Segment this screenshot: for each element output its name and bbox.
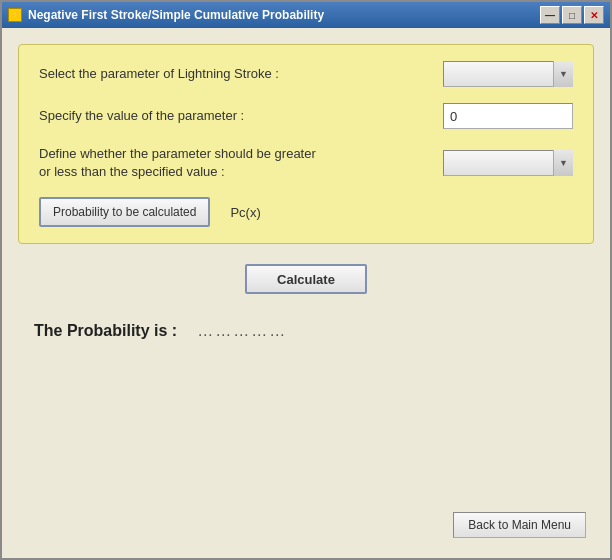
select-parameter-container: ▼ [443,61,573,87]
minimize-button[interactable]: — [540,6,560,24]
back-to-main-button[interactable]: Back to Main Menu [453,512,586,538]
result-section: The Probability is : …………… [18,314,594,348]
probability-button[interactable]: Probability to be calculated [39,197,210,227]
input-panel: Select the parameter of Lightning Stroke… [18,44,594,244]
define-greater-label: Define whether the parameter should be g… [39,145,316,181]
specify-value-label: Specify the value of the parameter : [39,107,244,125]
bottom-section: Back to Main Menu [18,508,594,542]
select-parameter-dropdown[interactable] [443,61,573,87]
result-value: …………… [197,322,287,340]
window-controls: — □ ✕ [540,6,604,24]
probability-row: Probability to be calculated Pc(x) [39,197,573,227]
maximize-button[interactable]: □ [562,6,582,24]
main-window: ⚡ Negative First Stroke/Simple Cumulativ… [0,0,612,560]
define-greater-container: ▼ [443,150,573,176]
spacer [18,360,594,496]
calculate-section: Calculate [18,256,594,302]
calculate-button[interactable]: Calculate [245,264,367,294]
app-icon: ⚡ [8,8,22,22]
specify-value-row: Specify the value of the parameter : [39,103,573,129]
define-greater-dropdown[interactable] [443,150,573,176]
window-body: Select the parameter of Lightning Stroke… [2,28,610,558]
define-greater-row: Define whether the parameter should be g… [39,145,573,181]
select-parameter-label: Select the parameter of Lightning Stroke… [39,65,279,83]
title-bar: ⚡ Negative First Stroke/Simple Cumulativ… [2,2,610,28]
specify-value-input[interactable] [443,103,573,129]
pc-label: Pc(x) [230,205,260,220]
select-parameter-row: Select the parameter of Lightning Stroke… [39,61,573,87]
close-button[interactable]: ✕ [584,6,604,24]
title-bar-text: ⚡ Negative First Stroke/Simple Cumulativ… [8,8,324,22]
result-label: The Probability is : [34,322,177,340]
